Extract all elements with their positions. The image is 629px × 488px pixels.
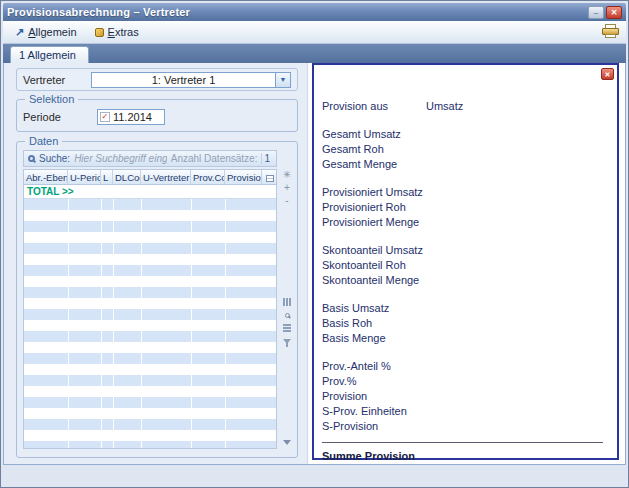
gesamt-group: Gesamt Umsatz Gesamt Roh Gesamt Menge bbox=[322, 126, 607, 171]
daten-group-title: Daten bbox=[25, 135, 62, 147]
detail-row: S-Prov. Einheiten bbox=[322, 403, 607, 418]
vertreter-row: Vertreter 1: Vertreter 1 ▼ bbox=[16, 68, 298, 91]
data-grid: Abr.-Ebene U-Periode L DLCode U-Vertrete… bbox=[23, 169, 277, 449]
search-icon bbox=[28, 155, 35, 162]
detail-row: Basis Menge bbox=[322, 330, 607, 345]
column-header-prov-code[interactable]: Prov.Code bbox=[191, 170, 225, 184]
basis-group: Basis Umsatz Basis Roh Basis Menge bbox=[322, 300, 607, 345]
search-input[interactable]: Hier Suchbegriff eingeben (STRG+S) bbox=[74, 153, 167, 164]
record-count-value: 1 bbox=[261, 153, 272, 164]
app-window: Provisionsabrechnung – Vertreter – ✕ ↗ A… bbox=[0, 0, 629, 488]
column-header-u-vertreter[interactable]: U-Vertreter bbox=[141, 170, 191, 184]
combo-dropdown-button[interactable]: ▼ bbox=[275, 73, 290, 87]
grid-line bbox=[113, 199, 114, 448]
menu-allgemein-label: llgemein bbox=[36, 26, 77, 38]
tab-allgemein[interactable]: 1 Allgemein bbox=[10, 46, 89, 63]
window-title: Provisionsabrechnung – Vertreter bbox=[7, 6, 190, 18]
grid-body[interactable] bbox=[24, 199, 276, 448]
daten-group: Daten Suche: Hier Suchbegriff eingeben (… bbox=[16, 141, 298, 458]
print-icon bbox=[602, 24, 619, 38]
vertreter-combobox[interactable]: 1: Vertreter 1 ▼ bbox=[91, 72, 291, 88]
search-bar[interactable]: Suche: Hier Suchbegriff eingeben (STRG+S… bbox=[23, 150, 277, 167]
periode-field[interactable]: ✓ 11.2014 bbox=[97, 109, 165, 125]
menu-allgemein-button[interactable]: ↗ Allgemein bbox=[9, 23, 85, 42]
provision-group: Prov.-Anteil % Prov.% Provision S-Prov. … bbox=[322, 358, 607, 433]
grid-line bbox=[225, 199, 226, 448]
summe-provision-label: Summe Provision bbox=[322, 450, 415, 462]
detail-row: Provision bbox=[322, 388, 607, 403]
total-row[interactable]: TOTAL >> bbox=[24, 185, 276, 199]
periode-label: Periode bbox=[23, 111, 61, 123]
selektion-group: Selektion Periode ✓ 11.2014 bbox=[16, 99, 298, 132]
chevron-down-icon: ▼ bbox=[280, 76, 287, 83]
toolbar: ↗ Allgemein Extras bbox=[3, 21, 626, 44]
detail-row: Prov.-Anteil % bbox=[322, 358, 607, 373]
detail-row: Provisioniert Roh bbox=[322, 199, 607, 214]
total-label: TOTAL >> bbox=[27, 186, 74, 197]
column-header-u-periode[interactable]: U-Periode bbox=[68, 170, 101, 184]
vertreter-value: 1: Vertreter 1 bbox=[92, 74, 275, 86]
grid-navigator: ✳ + - bbox=[280, 169, 294, 449]
left-pane: Vertreter 1: Vertreter 1 ▼ Selektion Per… bbox=[4, 63, 308, 464]
column-header-dlcode[interactable]: DLCode bbox=[113, 170, 141, 184]
right-pane: ✕ Provision aus Umsatz Gesamt Umsatz Ges… bbox=[308, 63, 625, 464]
grid-line bbox=[191, 199, 192, 448]
list-icon[interactable] bbox=[281, 322, 293, 334]
summe-provision-row: Summe Provision bbox=[322, 448, 607, 463]
menu-extras-mnemonic: E bbox=[108, 26, 115, 38]
detail-row: Provisioniert Umsatz bbox=[322, 184, 607, 199]
column-header-l[interactable]: L bbox=[101, 170, 113, 184]
detail-row: Skontoanteil Menge bbox=[322, 272, 607, 287]
provision-detail-panel: ✕ Provision aus Umsatz Gesamt Umsatz Ges… bbox=[312, 63, 619, 460]
detail-row: Skontoanteil Umsatz bbox=[322, 242, 607, 257]
menu-extras-label: xtras bbox=[115, 26, 139, 38]
detail-row: Gesamt Menge bbox=[322, 156, 607, 171]
grid-header: Abr.-Ebene U-Periode L DLCode U-Vertrete… bbox=[24, 170, 276, 185]
detail-row: Skontoanteil Roh bbox=[322, 257, 607, 272]
grid-line bbox=[101, 199, 102, 448]
print-button[interactable] bbox=[601, 23, 620, 42]
vertreter-label: Vertreter bbox=[23, 74, 65, 86]
record-count-label: Anzahl Datensätze: bbox=[171, 153, 258, 164]
detail-row: Provisioniert Menge bbox=[322, 214, 607, 229]
menu-extras-button[interactable]: Extras bbox=[89, 23, 147, 41]
detail-row: Provision aus Umsatz bbox=[322, 98, 607, 113]
column-chooser-icon bbox=[266, 175, 274, 182]
remove-row-icon[interactable]: - bbox=[281, 195, 293, 207]
detail-content: Provision aus Umsatz Gesamt Umsatz Gesam… bbox=[322, 98, 607, 463]
detail-row: Gesamt Umsatz bbox=[322, 126, 607, 141]
columns-icon[interactable] bbox=[281, 296, 293, 308]
titlebar: Provisionsabrechnung – Vertreter – ✕ bbox=[3, 3, 626, 21]
detail-row: S-Provision bbox=[322, 418, 607, 433]
detail-row: Gesamt Roh bbox=[322, 141, 607, 156]
provision-aus-value: Umsatz bbox=[426, 100, 607, 112]
grid-line bbox=[68, 199, 69, 448]
add-row-icon[interactable]: + bbox=[281, 182, 293, 194]
column-header-provision[interactable]: Provision € bbox=[225, 170, 262, 184]
grid-line bbox=[141, 199, 142, 448]
scroll-down-icon[interactable] bbox=[281, 436, 293, 448]
selektion-group-title: Selektion bbox=[25, 93, 78, 105]
minimize-button[interactable]: – bbox=[588, 6, 604, 19]
search-label: Suche: bbox=[39, 153, 70, 164]
sum-separator-line bbox=[322, 442, 603, 443]
skontoanteil-group: Skontoanteil Umsatz Skontoanteil Roh Sko… bbox=[322, 242, 607, 287]
titlebar-buttons: – ✕ bbox=[588, 6, 622, 19]
open-arrow-icon: ↗ bbox=[15, 26, 24, 39]
column-header-abr-ebene[interactable]: Abr.-Ebene bbox=[24, 170, 68, 184]
detail-row: Basis Umsatz bbox=[322, 300, 607, 315]
search-rows-icon[interactable] bbox=[281, 309, 293, 321]
provisioniert-group: Provisioniert Umsatz Provisioniert Roh P… bbox=[322, 184, 607, 229]
close-button[interactable]: ✕ bbox=[606, 6, 622, 19]
expand-icon[interactable]: ✳ bbox=[281, 169, 293, 181]
main-content: Vertreter 1: Vertreter 1 ▼ Selektion Per… bbox=[3, 63, 626, 465]
periode-value: 11.2014 bbox=[113, 111, 152, 123]
provision-aus-label: Provision aus bbox=[322, 100, 426, 112]
calendar-icon: ✓ bbox=[100, 112, 110, 122]
filter-icon[interactable] bbox=[281, 335, 293, 347]
column-chooser-button[interactable] bbox=[262, 170, 276, 184]
panel-close-button[interactable]: ✕ bbox=[601, 68, 614, 80]
detail-row: Basis Roh bbox=[322, 315, 607, 330]
detail-row: Prov.% bbox=[322, 373, 607, 388]
tab-band: 1 Allgemein bbox=[3, 44, 626, 63]
